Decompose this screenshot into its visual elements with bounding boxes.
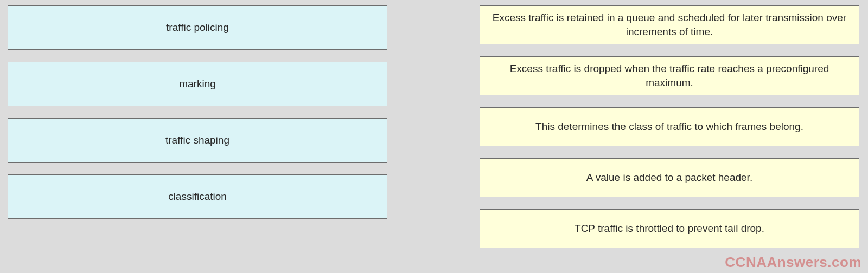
left-column: traffic policing marking traffic shaping…: [8, 5, 387, 248]
term-label: marking: [179, 77, 216, 91]
drop-target[interactable]: This determines the class of traffic to …: [480, 107, 859, 146]
definition-label: This determines the class of traffic to …: [535, 120, 803, 134]
draggable-term[interactable]: classification: [8, 174, 387, 219]
right-column: Excess traffic is retained in a queue an…: [480, 5, 859, 248]
drop-target[interactable]: TCP traffic is throttled to prevent tail…: [480, 209, 859, 248]
drop-target[interactable]: A value is added to a packet header.: [480, 158, 859, 197]
term-label: traffic shaping: [165, 133, 229, 147]
definition-label: A value is added to a packet header.: [586, 171, 752, 185]
term-label: classification: [168, 190, 227, 204]
draggable-term[interactable]: marking: [8, 62, 387, 106]
definition-label: TCP traffic is throttled to prevent tail…: [575, 222, 764, 236]
matching-exercise: traffic policing marking traffic shaping…: [0, 0, 868, 253]
draggable-term[interactable]: traffic shaping: [8, 118, 387, 162]
drop-target[interactable]: Excess traffic is retained in a queue an…: [480, 5, 859, 44]
draggable-term[interactable]: traffic policing: [8, 5, 387, 50]
definition-label: Excess traffic is dropped when the traff…: [491, 62, 848, 89]
watermark: CCNAAnswers.com: [725, 254, 861, 271]
definition-label: Excess traffic is retained in a queue an…: [491, 11, 848, 38]
drop-target[interactable]: Excess traffic is dropped when the traff…: [480, 56, 859, 95]
term-label: traffic policing: [166, 21, 229, 35]
